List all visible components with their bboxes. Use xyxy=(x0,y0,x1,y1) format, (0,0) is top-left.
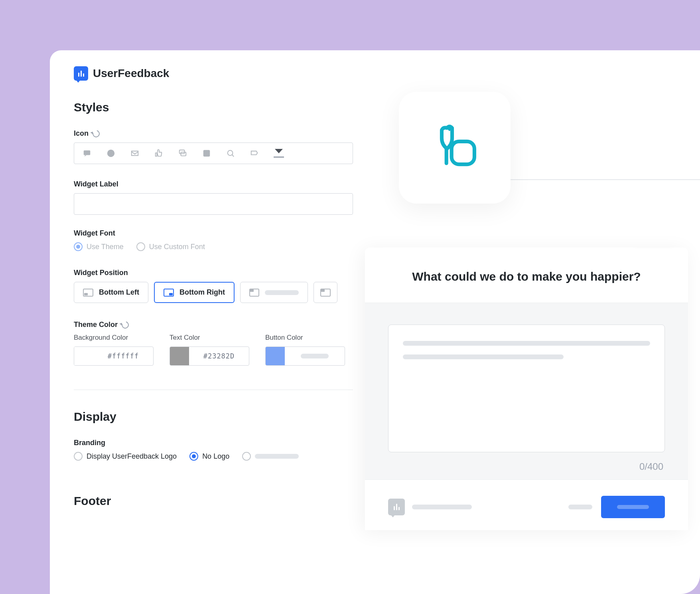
svg-point-1 xyxy=(107,150,114,157)
star-badge-icon[interactable] xyxy=(202,148,211,158)
position-bottom-right[interactable]: Bottom Right xyxy=(154,282,235,303)
logo-icon xyxy=(74,66,88,81)
placeholder-text xyxy=(255,454,299,459)
widget-label-input[interactable] xyxy=(74,193,353,215)
background-color-group: Background Color #ffffff xyxy=(74,334,154,366)
char-counter: 0/400 xyxy=(388,452,665,472)
placeholder-text xyxy=(403,354,564,359)
position-preview-icon xyxy=(164,289,174,297)
preview-body: 0/400 xyxy=(365,303,688,479)
radio-icon xyxy=(74,242,83,251)
text-color-picker[interactable]: #23282D xyxy=(170,346,249,366)
button-color-group: Button Color xyxy=(265,334,345,366)
branding-option-more[interactable] xyxy=(242,452,299,461)
svg-rect-4 xyxy=(203,150,210,157)
search-icon[interactable] xyxy=(226,148,235,158)
background-color-picker[interactable]: #ffffff xyxy=(74,346,154,366)
reset-icon[interactable] xyxy=(120,320,130,330)
field-label-icon: Icon xyxy=(74,129,676,138)
radio-icon xyxy=(74,452,83,461)
placeholder-text xyxy=(301,354,329,358)
placeholder-text xyxy=(617,505,649,509)
decorative-line xyxy=(481,140,700,220)
position-option-more-1[interactable] xyxy=(240,282,308,303)
position-option-more-2[interactable] xyxy=(314,282,337,303)
chevron-down-icon xyxy=(275,149,283,153)
mail-icon[interactable] xyxy=(130,148,140,158)
position-preview-icon xyxy=(249,289,259,297)
submit-button[interactable] xyxy=(601,496,665,518)
position-bottom-left[interactable]: Bottom Left xyxy=(74,282,148,303)
page-background: UserFeedback Styles Icon xyxy=(0,0,700,594)
preview-textarea[interactable] xyxy=(388,325,665,452)
radio-icon xyxy=(136,242,145,251)
section-divider xyxy=(74,390,353,390)
button-color-picker[interactable] xyxy=(265,346,345,366)
thumbs-up-icon[interactable] xyxy=(154,148,164,158)
branding-show-logo[interactable]: Display UserFeedback Logo xyxy=(74,452,177,461)
chat-bubble-icon[interactable] xyxy=(82,148,92,158)
section-styles-title: Styles xyxy=(74,101,676,114)
logo-text: UserFeedback xyxy=(93,67,169,80)
field-label-widget-font: Widget Font xyxy=(74,229,676,238)
branding-no-logo[interactable]: No Logo xyxy=(189,452,229,461)
icon-picker[interactable] xyxy=(74,143,353,164)
placeholder-text xyxy=(265,290,299,295)
position-preview-icon xyxy=(320,289,331,297)
preview-question: What could we do to make you happier? xyxy=(383,270,670,283)
icon-picker-more[interactable] xyxy=(274,149,284,158)
color-swatch xyxy=(170,347,189,365)
comments-icon[interactable] xyxy=(178,148,187,158)
font-option-theme[interactable]: Use Theme xyxy=(74,242,124,251)
position-preview-icon xyxy=(83,289,93,297)
radio-icon xyxy=(242,452,251,461)
smile-icon[interactable] xyxy=(106,148,116,158)
font-option-custom[interactable]: Use Custom Font xyxy=(136,242,205,251)
reset-icon[interactable] xyxy=(91,129,101,139)
text-color-group: Text Color #23282D xyxy=(170,334,249,366)
svg-point-5 xyxy=(228,150,233,156)
placeholder-text xyxy=(403,341,650,346)
logo-icon xyxy=(388,499,405,515)
radio-icon xyxy=(189,452,198,461)
placeholder-text xyxy=(568,505,592,509)
color-swatch xyxy=(74,347,93,365)
preview-widget: What could we do to make you happier? 0/… xyxy=(365,248,688,530)
preview-header: What could we do to make you happier? xyxy=(365,248,688,303)
preview-footer xyxy=(365,479,688,530)
placeholder-text xyxy=(412,505,472,509)
app-logo: UserFeedback xyxy=(74,66,676,81)
style-illustration-card xyxy=(399,92,511,204)
tag-icon[interactable] xyxy=(250,148,259,158)
paintbrush-icon xyxy=(429,122,481,174)
svg-rect-6 xyxy=(452,141,474,164)
svg-rect-2 xyxy=(179,150,185,154)
preview-brand xyxy=(388,499,472,515)
color-swatch xyxy=(266,347,285,365)
svg-rect-0 xyxy=(84,150,91,155)
